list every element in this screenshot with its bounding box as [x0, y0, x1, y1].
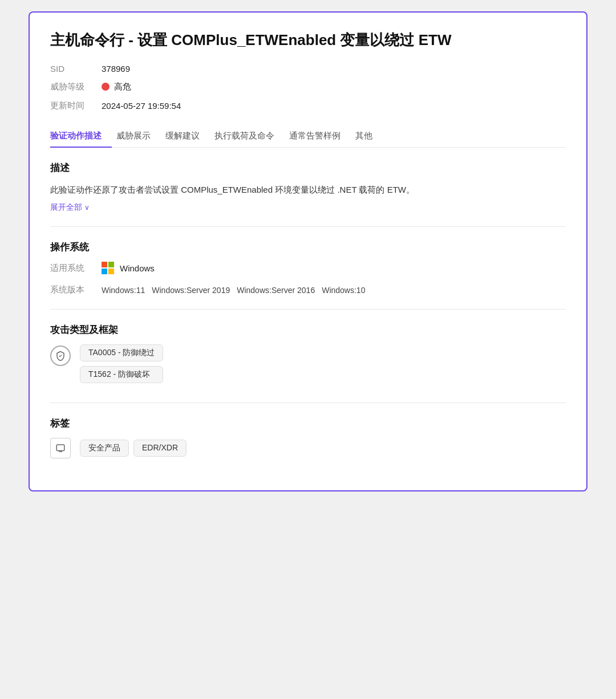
version-label: 系统版本	[50, 285, 102, 295]
description-section: 描述 此验证动作还原了攻击者尝试设置 COMPlus_ETWEnabled 环境…	[50, 148, 566, 227]
win-quadrant-3	[102, 269, 107, 274]
tab-threat-display[interactable]: 威胁展示	[116, 125, 161, 147]
versions-row: 系统版本 Windows:11 Windows:Server 2019 Wind…	[50, 285, 566, 295]
threat-dot-icon	[102, 83, 110, 91]
version-tag-0: Windows:11	[102, 286, 145, 295]
update-label: 更新时间	[50, 100, 102, 111]
label-row: 安全产品 EDR/XDR	[50, 438, 566, 458]
attack-tag-1: T1562 - 防御破坏	[80, 366, 163, 383]
labels-title: 标签	[50, 417, 566, 430]
sid-value: 378969	[102, 64, 130, 74]
update-value: 2024-05-27 19:59:54	[102, 101, 181, 111]
tab-mitigation[interactable]: 缓解建议	[165, 125, 210, 147]
shield-defense-icon	[55, 351, 66, 361]
main-card: 主机命令行 - 设置 COMPlus_ETWEnabled 变量以绕过 ETW …	[29, 11, 587, 491]
sid-row: SID 378969	[50, 64, 566, 74]
expand-label: 展开全部	[50, 202, 82, 213]
version-tag-1: Windows:Server 2019	[152, 286, 230, 295]
label-product-icon	[50, 438, 71, 458]
win-quadrant-1	[102, 262, 107, 267]
expand-arrow-icon: ∨	[84, 204, 90, 212]
attack-tags-container: TA0005 - 防御绕过 T1562 - 防御破坏	[80, 344, 163, 383]
applicable-os-row: 适用系统 Windows	[50, 262, 566, 274]
os-name: Windows	[120, 263, 155, 273]
version-tag-3: Windows:10	[322, 286, 365, 295]
applicable-value: Windows	[102, 262, 155, 274]
attack-title: 攻击类型及框架	[50, 323, 566, 336]
attack-row: TA0005 - 防御绕过 T1562 - 防御破坏	[50, 344, 566, 383]
version-tag-2: Windows:Server 2016	[237, 286, 315, 295]
expand-button[interactable]: 展开全部 ∨	[50, 202, 566, 213]
os-title: 操作系统	[50, 241, 566, 254]
threat-row: 威胁等级 高危	[50, 82, 566, 92]
version-tags: Windows:11 Windows:Server 2019 Windows:S…	[102, 286, 365, 295]
attack-section: 攻击类型及框架 TA0005 - 防御绕过 T1562 - 防御破坏	[50, 310, 566, 403]
tab-bar: 验证动作描述 威胁展示 缓解建议 执行载荷及命令 通常告警样例 其他	[50, 125, 566, 148]
win-quadrant-2	[108, 262, 114, 267]
attack-tag-0: TA0005 - 防御绕过	[80, 344, 163, 361]
product-icon	[55, 443, 66, 453]
tab-others[interactable]: 其他	[355, 125, 383, 147]
tab-verify-action[interactable]: 验证动作描述	[50, 125, 112, 147]
applicable-label: 适用系统	[50, 263, 102, 274]
description-title: 描述	[50, 161, 566, 174]
sid-label: SID	[50, 64, 102, 74]
description-text: 此验证动作还原了攻击者尝试设置 COMPlus_ETWEnabled 环境变量以…	[50, 182, 566, 197]
attack-type-icon	[50, 346, 71, 366]
update-row: 更新时间 2024-05-27 19:59:54	[50, 100, 566, 111]
os-section: 操作系统 适用系统 Windows 系统版本 Windows:11 Window…	[50, 227, 566, 310]
label-tag-0: 安全产品	[80, 440, 129, 457]
svg-rect-0	[56, 445, 64, 451]
label-tag-1: EDR/XDR	[133, 440, 187, 457]
label-tags-container: 安全产品 EDR/XDR	[80, 440, 187, 457]
page-title: 主机命令行 - 设置 COMPlus_ETWEnabled 变量以绕过 ETW	[50, 31, 566, 50]
labels-section: 标签 安全产品 EDR/XDR	[50, 403, 566, 472]
windows-logo-icon	[102, 262, 114, 274]
tab-payload-command[interactable]: 执行载荷及命令	[214, 125, 285, 147]
threat-text: 高危	[114, 82, 131, 92]
tab-alert-samples[interactable]: 通常告警样例	[289, 125, 351, 147]
win-quadrant-4	[108, 269, 114, 274]
threat-value: 高危	[102, 82, 131, 92]
threat-label: 威胁等级	[50, 82, 102, 92]
